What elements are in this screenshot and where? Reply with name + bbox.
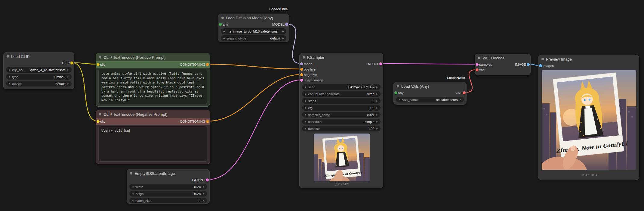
widget-height[interactable]: ◀ height 1024 ▶ (129, 191, 207, 197)
decrement-arrow-icon[interactable]: ◀ (132, 186, 133, 188)
ksampler-preview-image[interactable]: ZImage, Now in ComfyUI (314, 134, 370, 181)
widget-denoise[interactable]: ◀ denoise 1.00 ▶ (302, 126, 381, 131)
widget-scheduler[interactable]: ◀ scheduler simple ▶ (302, 119, 381, 124)
next-arrow-icon[interactable]: ▶ (377, 121, 378, 123)
latent-image-input-port[interactable] (300, 79, 303, 82)
node-vae-decode[interactable]: VAE Decode samples IMAGE vae (475, 54, 531, 75)
widget-width[interactable]: ◀ width 1024 ▶ (129, 184, 207, 190)
samples-input-port[interactable] (476, 63, 479, 66)
next-arrow-icon[interactable]: ▶ (377, 114, 378, 116)
next-arrow-icon[interactable]: ▶ (68, 69, 69, 71)
widget-type[interactable]: ◀ type lumina2 ▶ (6, 74, 72, 80)
latent-output-port[interactable] (379, 62, 382, 65)
any-input-port[interactable] (219, 23, 222, 26)
decrement-arrow-icon[interactable]: ◀ (304, 86, 306, 88)
any-input-port[interactable] (394, 91, 397, 94)
image-output-port[interactable] (527, 63, 530, 66)
decrement-arrow-icon[interactable]: ◀ (304, 107, 306, 109)
widget-device[interactable]: ◀ device default ▶ (6, 81, 72, 87)
node-title-bar[interactable]: KSampler (300, 53, 383, 61)
collapse-dot-icon[interactable] (397, 85, 399, 87)
prev-arrow-icon[interactable]: ◀ (223, 37, 225, 39)
widget-clip-name[interactable]: ◀ clip_na ... qwen_3_4b.safetensors ▶ (6, 67, 72, 73)
vae-output-port[interactable] (463, 91, 466, 94)
widget-seed[interactable]: ◀ seed 804224263771352 ▶ (302, 84, 381, 90)
prev-arrow-icon[interactable]: ◀ (8, 69, 10, 71)
collapse-dot-icon[interactable] (130, 172, 132, 175)
increment-arrow-icon[interactable]: ▶ (203, 193, 205, 195)
clip-input-port[interactable] (97, 120, 100, 123)
next-arrow-icon[interactable]: ▶ (377, 93, 378, 95)
node-title-bar[interactable]: Load CLIP (4, 52, 74, 60)
prev-arrow-icon[interactable]: ◀ (399, 99, 400, 101)
node-title-bar[interactable]: Preview Image (538, 55, 639, 63)
images-input-port[interactable] (539, 64, 542, 67)
increment-arrow-icon[interactable]: ▶ (377, 86, 378, 88)
node-clip-text-encode-negative[interactable]: CLIP Text Encode (Negative Prompt) clip … (96, 110, 210, 164)
decrement-arrow-icon[interactable]: ◀ (132, 193, 133, 195)
node-clip-text-encode-positive[interactable]: CLIP Text Encode (Positive Prompt) clip … (96, 53, 210, 107)
widget-cfg[interactable]: ◀ cfg 1.0 ▶ (302, 105, 381, 111)
latent-output-port[interactable] (206, 178, 209, 181)
decrement-arrow-icon[interactable]: ◀ (304, 128, 306, 130)
node-title-bar[interactable]: EmptySD3LatentImage (127, 169, 209, 177)
prev-arrow-icon[interactable]: ◀ (304, 114, 306, 116)
collapse-dot-icon[interactable] (99, 56, 101, 58)
node-load-clip[interactable]: Load CLIP CLIP ◀ clip_na ... qwen_3_4b.s… (3, 52, 74, 89)
widget-label: denoise (308, 127, 320, 131)
collapse-dot-icon[interactable] (303, 56, 305, 58)
widget-weight-dtype[interactable]: ◀ weight_dtype default ▶ (221, 35, 286, 41)
node-title-bar[interactable]: Load VAE (Any) (394, 82, 466, 90)
next-arrow-icon[interactable]: ▶ (68, 83, 69, 85)
increment-arrow-icon[interactable]: ▶ (377, 100, 378, 102)
widget-model-name[interactable]: ◀ z_image_turbo_bf16.safetensors ▶ (221, 28, 286, 34)
negative-input-port[interactable] (300, 73, 303, 76)
positive-prompt-textarea[interactable]: cute anime style girl with massive fluff… (98, 69, 207, 104)
collapse-dot-icon[interactable] (478, 57, 480, 59)
next-arrow-icon[interactable]: ▶ (460, 99, 461, 101)
next-arrow-icon[interactable]: ▶ (68, 76, 69, 78)
node-load-diffusion-model[interactable]: Load Diffusion Model (Any) any MODEL ◀ z… (218, 14, 289, 42)
collapse-dot-icon[interactable] (541, 58, 544, 60)
node-title-bar[interactable]: CLIP Text Encode (Negative Prompt) (96, 110, 210, 118)
node-ksampler[interactable]: KSampler model LATENT positive negative … (299, 53, 383, 188)
increment-arrow-icon[interactable]: ▶ (203, 186, 205, 188)
prev-arrow-icon[interactable]: ◀ (8, 83, 10, 85)
next-arrow-icon[interactable]: ▶ (282, 37, 284, 39)
model-output-port[interactable] (285, 23, 288, 26)
node-empty-sd3-latent-image[interactable]: EmptySD3LatentImage LATENT ◀ width 1024 … (127, 169, 210, 204)
widget-steps[interactable]: ◀ steps 9 ▶ (302, 98, 381, 104)
input-label: negative (304, 73, 317, 77)
increment-arrow-icon[interactable]: ▶ (377, 107, 378, 109)
prev-arrow-icon[interactable]: ◀ (223, 30, 225, 32)
node-title-bar[interactable]: VAE Decode (475, 54, 530, 62)
preview-image-display[interactable]: ZImage, Now in ComfyUI (542, 70, 636, 170)
collapse-dot-icon[interactable] (99, 113, 101, 115)
decrement-arrow-icon[interactable]: ◀ (304, 100, 306, 102)
conditioning-output-port[interactable] (206, 120, 209, 123)
node-load-vae[interactable]: Load VAE (Any) any VAE ◀ vae_name ae.saf… (393, 82, 467, 105)
widget-batch-size[interactable]: ◀ batch_size 1 ▶ (129, 198, 207, 203)
collapse-dot-icon[interactable] (7, 55, 9, 58)
node-title-bar[interactable]: CLIP Text Encode (Positive Prompt) (96, 53, 210, 61)
node-title-bar[interactable]: Load Diffusion Model (Any) (218, 14, 289, 22)
clip-input-port[interactable] (97, 63, 100, 66)
decrement-arrow-icon[interactable]: ◀ (132, 200, 133, 202)
widget-sampler-name[interactable]: ◀ sampler_name euler ▶ (302, 112, 381, 118)
increment-arrow-icon[interactable]: ▶ (377, 128, 378, 130)
clip-output-port[interactable] (70, 61, 73, 65)
conditioning-output-port[interactable] (206, 63, 209, 66)
positive-input-port[interactable] (300, 68, 303, 71)
next-arrow-icon[interactable]: ▶ (282, 30, 284, 32)
prev-arrow-icon[interactable]: ◀ (304, 121, 306, 123)
prev-arrow-icon[interactable]: ◀ (8, 76, 10, 78)
model-input-port[interactable] (300, 62, 303, 65)
increment-arrow-icon[interactable]: ▶ (203, 200, 205, 202)
widget-control-after-generate[interactable]: ◀ control after generate fixed ▶ (302, 91, 381, 97)
collapse-dot-icon[interactable] (221, 17, 224, 19)
widget-vae-name[interactable]: ◀ vae_name ae.safetensors ▶ (396, 97, 464, 102)
prev-arrow-icon[interactable]: ◀ (304, 93, 306, 95)
negative-prompt-textarea[interactable]: blurry ugly bad (98, 126, 207, 162)
vae-input-port[interactable] (476, 68, 479, 71)
node-preview-image[interactable]: Preview Image images (538, 55, 639, 180)
